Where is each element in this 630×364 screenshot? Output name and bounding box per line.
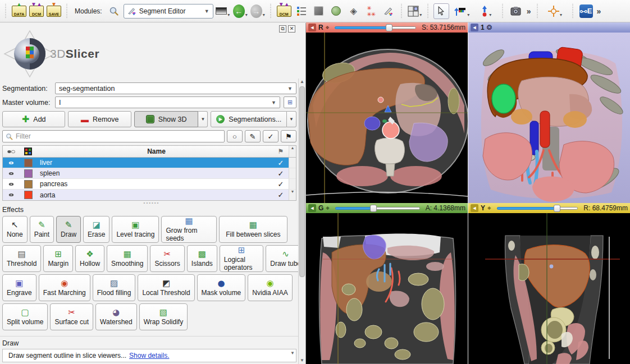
- extensions-manager-button[interactable]: ⧟E: [578, 3, 594, 19]
- close-panel-button[interactable]: ✕: [288, 25, 295, 33]
- crosshair-button[interactable]: ▾: [543, 3, 568, 19]
- effect-fast-marching-button[interactable]: ◉Fast Marching: [39, 274, 90, 301]
- table-scrollbar-down[interactable]: ▼: [289, 190, 296, 200]
- segment-name[interactable]: liver: [36, 159, 273, 167]
- status-check-filter-button[interactable]: ✓: [263, 130, 279, 142]
- effect-fill-between-slices-button[interactable]: ▦Fill between slices: [219, 216, 288, 243]
- green-menu-icon[interactable]: ⌖: [326, 205, 330, 211]
- effect-draw-button[interactable]: ✎Draw: [56, 216, 81, 243]
- effect-grow-from-seeds-button[interactable]: ▦Grow from seeds: [161, 216, 216, 243]
- segment-color-swatch[interactable]: [24, 180, 33, 188]
- effect-engrave-button[interactable]: ▣Engrave: [2, 274, 36, 301]
- effect-flood-filling-button[interactable]: ▨Flood filling: [93, 274, 136, 301]
- show-3d-button[interactable]: Show 3D: [134, 111, 199, 127]
- threeD-pin-icon[interactable]: ◄: [471, 24, 478, 31]
- description-scroll-down[interactable]: ▼: [290, 351, 295, 356]
- table-row[interactable]: spleen ✓: [3, 168, 296, 179]
- segment-status-check[interactable]: ✓: [273, 180, 289, 188]
- red-slice-slider[interactable]: [335, 25, 416, 30]
- red-slider-thumb[interactable]: [386, 24, 392, 31]
- segment-color-swatch[interactable]: [24, 191, 33, 199]
- modules-history-button[interactable]: ▾: [215, 3, 231, 19]
- effect-smoothing-button[interactable]: ▦Smoothing: [107, 245, 148, 272]
- eye-icon[interactable]: [7, 182, 15, 187]
- panel-scrollbar[interactable]: ▲ ▼: [298, 79, 305, 364]
- effect-nvidia-aiaa-button[interactable]: ◉Nvidia AIAA: [248, 274, 292, 301]
- red-menu-icon[interactable]: ⌖: [326, 24, 330, 31]
- effect-wrap-solidify-button[interactable]: ▧Wrap Solidify: [139, 303, 188, 330]
- scrollbar-thumb[interactable]: [299, 86, 305, 277]
- eye-icon[interactable]: [7, 171, 15, 176]
- green-slider-thumb[interactable]: [370, 205, 377, 212]
- table-scrollbar[interactable]: [289, 168, 296, 178]
- yellow-slice-viewport[interactable]: [468, 213, 630, 364]
- markups-button[interactable]: ✳✳✳: [363, 3, 379, 19]
- screenshot-button[interactable]: [508, 3, 524, 19]
- effect-none-button[interactable]: ↖None: [2, 216, 28, 243]
- effect-scissors-button[interactable]: ✂Scissors: [150, 245, 184, 272]
- import-dicom-button[interactable]: ▼▲DCM: [29, 3, 44, 19]
- red-pin-icon[interactable]: ◄: [308, 24, 316, 31]
- green-slice-viewport[interactable]: [306, 213, 468, 364]
- segment-name[interactable]: aorta: [36, 191, 273, 199]
- segmentations-module-button[interactable]: ▶Segmentations...: [211, 111, 287, 127]
- green-pin-icon[interactable]: ◄: [308, 204, 316, 212]
- yellow-slider-thumb[interactable]: [554, 205, 560, 212]
- table-row[interactable]: pancreas ✓: [3, 179, 296, 190]
- scroll-up-icon[interactable]: ▲: [299, 79, 305, 85]
- place-fiducial-button[interactable]: ▾: [475, 3, 497, 19]
- show-none-filter-button[interactable]: ○: [227, 130, 243, 142]
- module-selector[interactable]: Segment Editor ▼: [124, 4, 213, 19]
- table-scrollbar-up[interactable]: ▲: [289, 146, 296, 157]
- module-forward-button[interactable]: →▾: [250, 3, 266, 19]
- table-row[interactable]: liver ✓: [3, 158, 296, 168]
- effect-watershed-button[interactable]: ◕Watershed: [95, 303, 137, 330]
- segment-color-swatch[interactable]: [24, 159, 33, 167]
- effect-paint-button[interactable]: ✎Paint: [30, 216, 54, 243]
- toolbar-overflow-right[interactable]: »: [596, 7, 602, 16]
- effect-margin-button[interactable]: ⊞Margin: [43, 245, 73, 272]
- effect-split-volume-button[interactable]: ▢Split volume: [2, 303, 48, 330]
- remove-segment-button[interactable]: ▬Remove: [68, 111, 131, 127]
- volumes-button[interactable]: [311, 3, 327, 19]
- transforms-button[interactable]: ◈: [346, 3, 362, 19]
- effect-level-tracing-button[interactable]: ▣Level tracing: [112, 216, 159, 243]
- segment-status-check[interactable]: ✓: [273, 159, 289, 167]
- load-data-button[interactable]: ▲DATA: [11, 3, 27, 19]
- effect-logical-operators-button[interactable]: ⊞Logical operators: [220, 245, 263, 272]
- flag-filter-button[interactable]: ⚑: [281, 130, 296, 142]
- filter-input[interactable]: Filter: [2, 130, 225, 142]
- effect-surface-cut-button[interactable]: ✂Surface cut: [50, 303, 93, 330]
- segmentations-menu-button[interactable]: ▼: [287, 111, 296, 127]
- visibility-column-icon[interactable]: [3, 149, 20, 154]
- scroll-down-icon[interactable]: ▼: [299, 357, 305, 364]
- toolbar-overflow-left[interactable]: »: [526, 7, 532, 16]
- segment-status-check[interactable]: ✓: [273, 169, 289, 178]
- undock-panel-button[interactable]: ⧉: [279, 25, 286, 33]
- toolbar-handle[interactable]: [4, 4, 8, 19]
- threeD-viewport[interactable]: [468, 33, 630, 203]
- table-scrollbar[interactable]: [289, 158, 296, 168]
- effect-threshold-button[interactable]: ▤Threshold: [2, 245, 41, 272]
- yellow-slice-slider[interactable]: [497, 206, 578, 211]
- specify-geometry-button[interactable]: ⊞: [284, 96, 296, 108]
- save-button[interactable]: ▼SAVE: [46, 3, 62, 19]
- yellow-pin-icon[interactable]: ◄: [471, 204, 478, 212]
- effect-hollow-button[interactable]: ❖Hollow: [75, 245, 104, 272]
- color-column-icon[interactable]: [20, 148, 36, 155]
- panel-splitter-handle[interactable]: ••••••: [124, 200, 180, 205]
- green-slice-slider[interactable]: [335, 206, 420, 211]
- dicom-browser-button[interactable]: ▼▲DCM: [276, 3, 292, 19]
- subject-hierarchy-button[interactable]: [294, 3, 309, 19]
- segment-name[interactable]: spleen: [36, 169, 273, 177]
- annotations-button[interactable]: [381, 3, 396, 19]
- effect-erase-button[interactable]: ◪Erase: [83, 216, 109, 243]
- effect-mask-volume-button[interactable]: ●Mask volume: [197, 274, 246, 301]
- segment-name[interactable]: pancreas: [36, 180, 273, 188]
- yellow-menu-icon[interactable]: ⌖: [487, 205, 491, 211]
- mouse-interaction-button[interactable]: [433, 3, 449, 19]
- red-slice-viewport[interactable]: [306, 33, 468, 203]
- add-segment-button[interactable]: ✚Add: [2, 111, 65, 127]
- eye-icon[interactable]: [7, 192, 15, 197]
- name-column-header[interactable]: Name: [36, 148, 273, 155]
